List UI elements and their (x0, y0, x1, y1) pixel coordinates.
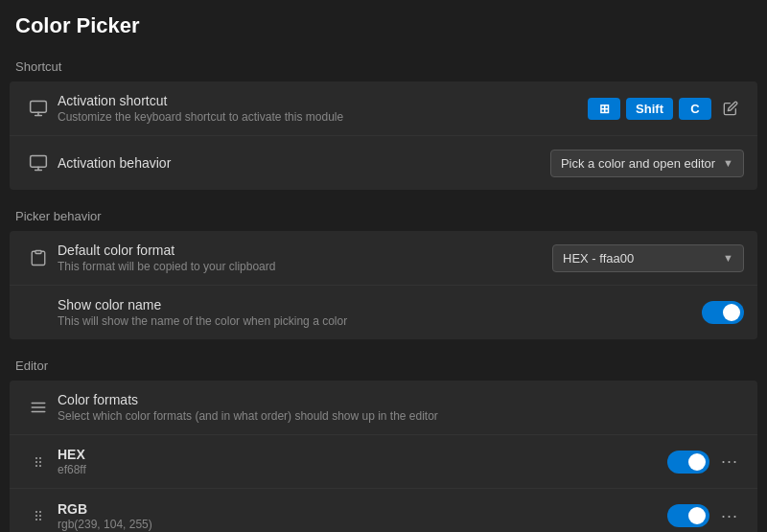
rgb-format-action: ··· (667, 504, 744, 528)
svg-point-14 (35, 515, 37, 517)
rgb-more-button[interactable]: ··· (715, 504, 744, 528)
show-color-name-action (702, 301, 744, 324)
svg-point-9 (39, 461, 41, 463)
color-formats-row: Color formats Select which color formats… (10, 381, 757, 435)
format-rgb-row: RGB rgb(239, 104, 255) ··· (10, 489, 757, 532)
rgb-format-value: rgb(239, 104, 255) (58, 518, 667, 531)
activation-behavior-dropdown[interactable]: Pick a color and open editor ▼ (550, 150, 744, 177)
color-formats-title: Color formats (58, 392, 744, 407)
svg-point-16 (35, 519, 37, 520)
list-icon (23, 399, 54, 416)
hex-format-value: ef68ff (58, 463, 667, 476)
show-color-name-title: Show color name (58, 297, 702, 312)
activation-behavior-row: Activation behavior Pick a color and ope… (10, 136, 757, 190)
activation-shortcut-subtitle: Customize the keyboard shortcut to activ… (58, 110, 588, 124)
shortcut-section-label: Shortcut (0, 50, 767, 80)
rgb-format-content: RGB rgb(239, 104, 255) (54, 501, 667, 531)
svg-rect-2 (35, 251, 41, 254)
activation-behavior-value: Pick a color and open editor (561, 156, 715, 171)
editor-card: Color formats Select which color formats… (10, 381, 757, 532)
show-color-name-content: Show color name This will show the name … (54, 297, 702, 328)
default-color-format-title: Default color format (58, 243, 552, 258)
default-color-format-content: Default color format This format will be… (54, 243, 552, 273)
hex-format-name: HEX (58, 447, 667, 462)
rgb-drag-icon (23, 508, 54, 523)
default-color-format-subtitle: This format will be copied to your clipb… (58, 260, 552, 273)
color-formats-content: Color formats Select which color formats… (54, 392, 744, 423)
shortcut-key-shift: Shift (626, 98, 673, 120)
svg-point-11 (39, 465, 41, 467)
color-formats-subtitle: Select which color formats (and in what … (58, 409, 744, 423)
shortcut-card: Activation shortcut Customize the keyboa… (10, 81, 757, 190)
shortcut-keys-action: ⊞ Shift C (588, 97, 744, 120)
color-name-icon (23, 303, 54, 322)
picker-behavior-card: Default color format This format will be… (10, 231, 757, 339)
editor-section-label: Editor (0, 349, 767, 379)
picker-behavior-section-label: Picker behavior (0, 199, 767, 229)
activation-behavior-action[interactable]: Pick a color and open editor ▼ (550, 150, 744, 177)
default-color-format-value: HEX - ffaa00 (563, 251, 634, 266)
svg-point-15 (39, 515, 41, 517)
format-hex-row: HEX ef68ff ··· (10, 435, 757, 489)
svg-point-10 (35, 465, 37, 467)
shortcut-key-win: ⊞ (588, 98, 620, 120)
activation-shortcut-title: Activation shortcut (58, 93, 588, 108)
hex-toggle[interactable] (667, 451, 709, 474)
svg-rect-1 (31, 156, 47, 168)
default-color-format-row: Default color format This format will be… (10, 231, 757, 286)
rgb-toggle[interactable] (667, 504, 709, 527)
activation-behavior-title: Activation behavior (58, 155, 550, 171)
default-color-format-action[interactable]: HEX - ffaa00 ▼ (552, 244, 744, 272)
svg-point-6 (35, 457, 37, 459)
svg-point-13 (39, 511, 41, 513)
monitor-icon (23, 99, 54, 118)
svg-point-12 (35, 511, 37, 513)
rgb-format-name: RGB (58, 501, 667, 517)
clipboard-icon (23, 249, 54, 266)
page-title: Color Picker (0, 0, 767, 50)
show-color-name-toggle[interactable] (702, 301, 744, 324)
activation-shortcut-row: Activation shortcut Customize the keyboa… (10, 81, 757, 136)
default-color-format-dropdown[interactable]: HEX - ffaa00 ▼ (552, 244, 744, 272)
svg-point-8 (35, 461, 37, 463)
hex-format-action: ··· (667, 450, 744, 474)
svg-point-17 (39, 519, 41, 520)
chevron-down-icon-2: ▼ (723, 252, 733, 264)
hex-more-button[interactable]: ··· (715, 450, 744, 474)
svg-point-7 (39, 457, 41, 459)
monitor-icon-2 (23, 153, 54, 173)
svg-rect-0 (31, 102, 47, 113)
hex-format-content: HEX ef68ff (54, 447, 667, 476)
show-color-name-row: Show color name This will show the name … (10, 286, 757, 339)
hex-drag-icon (23, 454, 54, 470)
shortcut-key-c: C (679, 98, 711, 120)
edit-shortcut-button[interactable] (717, 97, 744, 120)
chevron-down-icon: ▼ (723, 157, 733, 169)
show-color-name-subtitle: This will show the name of the color whe… (58, 314, 702, 328)
activation-behavior-content: Activation behavior (54, 155, 550, 171)
activation-shortcut-content: Activation shortcut Customize the keyboa… (54, 93, 588, 124)
